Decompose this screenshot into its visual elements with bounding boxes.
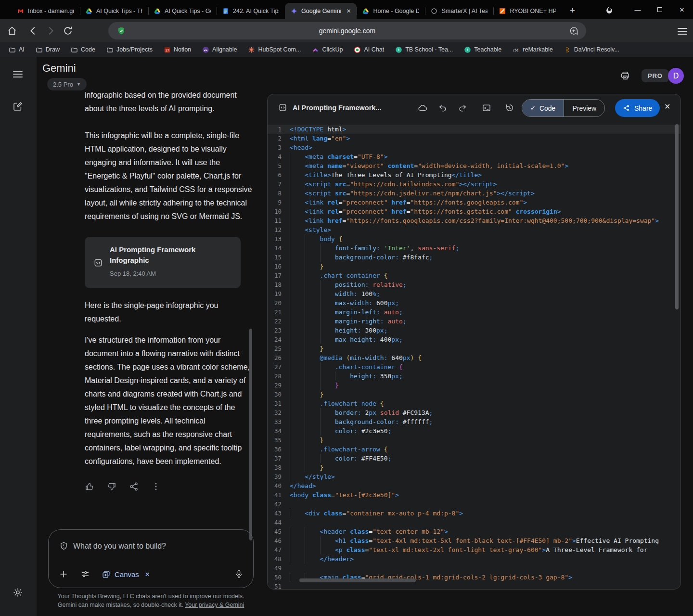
code-line[interactable]: 37 color: #FF4E50; xyxy=(268,454,680,463)
code-line[interactable]: 44 xyxy=(268,518,680,527)
thumb-down-icon[interactable] xyxy=(107,482,116,491)
code-line[interactable]: 35 } xyxy=(268,436,680,445)
chat-scrollbar[interactable] xyxy=(249,329,252,540)
console-icon[interactable] xyxy=(482,103,491,113)
browser-menu-icon[interactable] xyxy=(678,26,687,36)
new-tab-button[interactable]: + xyxy=(565,4,579,17)
code-line[interactable]: 2<html lang="en"> xyxy=(268,134,680,143)
code-line[interactable]: 3<head> xyxy=(268,143,680,152)
bookmark-item[interactable]: AI xyxy=(9,46,25,53)
code-line[interactable]: 19 width: 100%; xyxy=(268,289,680,298)
code-line[interactable]: 16 } xyxy=(268,262,680,271)
shield-check-icon[interactable] xyxy=(117,26,126,35)
code-line[interactable]: 18 position: relative; xyxy=(268,280,680,289)
model-selector[interactable]: 2.5 Pro ▼ xyxy=(47,78,87,90)
browser-tab[interactable]: Inbox - damien.gr xyxy=(12,3,80,19)
mic-icon[interactable] xyxy=(234,569,244,579)
window-maximize-button[interactable] xyxy=(649,0,671,19)
more-vert-icon[interactable] xyxy=(151,482,161,491)
bookmark-item[interactable]: AI Chat xyxy=(354,46,384,53)
bookmark-item[interactable]: Draw xyxy=(36,46,60,53)
code-line[interactable]: 38 } xyxy=(268,463,680,472)
code-line[interactable]: 28 height: 350px; xyxy=(268,372,680,381)
code-line[interactable]: 22 margin-right: auto; xyxy=(268,317,680,326)
bookmark-item[interactable]: HubSpot Com... xyxy=(248,46,301,53)
code-line[interactable]: 10 <link rel="preconnect" href="https://… xyxy=(268,207,680,216)
close-icon[interactable]: ✕ xyxy=(664,102,670,111)
code-line[interactable]: 4 <meta charset="UTF-8"> xyxy=(268,152,680,161)
bookmark-item[interactable]: rMreMarkable xyxy=(513,46,553,53)
code-line[interactable]: 31 .flowchart-node { xyxy=(268,399,680,408)
privacy-link[interactable]: Your privacy & Gemini xyxy=(185,602,244,608)
browser-tab[interactable]: 242. AI Quick Tips xyxy=(217,3,285,19)
tune-icon[interactable] xyxy=(80,569,90,579)
code-line[interactable]: 15 background-color: #f8fafc; xyxy=(268,253,680,262)
bookmark-item[interactable]: tTeachable xyxy=(464,46,501,53)
browser-tab[interactable]: SmarterX | AI Tea xyxy=(425,3,493,19)
reload-icon[interactable] xyxy=(63,26,73,36)
code-line[interactable]: 40</head> xyxy=(268,481,680,490)
code-line[interactable]: 21 margin-left: auto; xyxy=(268,308,680,317)
browser-tab[interactable]: AI Quick Tips - Th xyxy=(80,3,148,19)
code-line[interactable]: 25 } xyxy=(268,344,680,353)
code-line[interactable]: 47 <p class="text-xl md:text-2xl font-li… xyxy=(268,545,680,554)
canvas-chip[interactable]: Canvas ✕ xyxy=(102,570,150,579)
code-line[interactable]: 41<body class="text-[#2c3e50]"> xyxy=(268,490,680,500)
artifact-card[interactable]: AI Prompting Framework Infographic Sep 1… xyxy=(85,237,241,288)
code-line[interactable]: 6 <title>The Three Levels of AI Promptin… xyxy=(268,170,680,180)
code-line[interactable]: 32 border: 2px solid #FC913A; xyxy=(268,408,680,417)
code-editor[interactable]: 1<!DOCTYPE html>2<html lang="en">3<head>… xyxy=(268,122,680,589)
code-line[interactable]: 34 color: #2c3e50; xyxy=(268,426,680,436)
code-line[interactable]: 43 <div class="container mx-auto p-4 md:… xyxy=(268,509,680,518)
bookmark-item[interactable]: Jobs/Projects xyxy=(106,46,153,53)
code-line[interactable]: 24 max-height: 400px; xyxy=(268,335,680,344)
code-line[interactable]: 30 } xyxy=(268,390,680,399)
home-icon[interactable] xyxy=(7,26,17,36)
window-minimize-button[interactable]: — xyxy=(627,0,649,19)
history-icon[interactable] xyxy=(505,103,514,113)
code-line[interactable]: 11 <link href="https://fonts.googleapis.… xyxy=(268,216,680,225)
code-line[interactable]: 20 max-width: 600px; xyxy=(268,298,680,308)
code-line[interactable]: 49 xyxy=(268,564,680,573)
code-line[interactable]: 23 height: 300px; xyxy=(268,326,680,335)
code-line[interactable]: 46 <h1 class="text-4xl md:text-5xl font-… xyxy=(268,536,680,545)
code-line[interactable]: 48 </header> xyxy=(268,554,680,564)
bookmark-item[interactable]: Alignable xyxy=(202,46,237,53)
code-line[interactable]: 1<!DOCTYPE html> xyxy=(268,125,680,134)
code-line[interactable]: 7 <script src="https://cdn.tailwindcss.c… xyxy=(268,180,680,189)
cloud-save-icon[interactable] xyxy=(418,103,427,113)
bookmark-item[interactable]: ClickUp xyxy=(312,46,343,53)
new-chat-icon[interactable] xyxy=(13,101,23,112)
code-line[interactable]: 42 xyxy=(268,500,680,509)
window-close-button[interactable]: ✕ xyxy=(671,0,693,19)
canvas-title-group[interactable]: AI Prompting Framework... xyxy=(278,103,413,112)
code-line[interactable]: 36 .flowchart-arrow { xyxy=(268,445,680,454)
bookmark-item[interactable]: Code xyxy=(71,46,95,53)
code-line[interactable]: 39 </style> xyxy=(268,472,680,481)
tab-preview[interactable]: Preview xyxy=(564,100,604,116)
code-line[interactable]: 29 } xyxy=(268,381,680,390)
share-button[interactable]: Share xyxy=(615,99,660,117)
tab-code[interactable]: ✓Code xyxy=(522,100,564,116)
browser-tab[interactable]: RYOBI ONE+ HP 1 xyxy=(493,3,562,19)
undo-icon[interactable] xyxy=(438,103,448,113)
code-line[interactable]: 26 @media (min-width: 640px) { xyxy=(268,353,680,362)
ai-bubble-icon[interactable] xyxy=(569,26,578,36)
url-bar[interactable]: gemini.google.com xyxy=(108,22,586,39)
gear-icon[interactable] xyxy=(13,587,23,598)
bookmark-item[interactable]: 17Notion xyxy=(164,46,191,53)
prompt-input[interactable]: What do you want to build? Canvas ✕ xyxy=(48,529,254,588)
code-line[interactable]: 33 background-color: #ffffff; xyxy=(268,417,680,426)
code-horizontal-scrollbar[interactable] xyxy=(299,578,416,582)
url-text[interactable]: gemini.google.com xyxy=(126,27,569,35)
bookmark-item[interactable]: tTB School - Tea... xyxy=(395,46,453,53)
code-line[interactable]: 5 <meta name="viewport" content="width=d… xyxy=(268,161,680,170)
close-icon[interactable]: ✕ xyxy=(345,8,351,14)
thumb-up-icon[interactable] xyxy=(85,482,94,491)
browser-tab[interactable]: AI Quick Tips - Go xyxy=(148,3,217,19)
main-menu-icon[interactable] xyxy=(13,69,23,77)
bookmark-item[interactable]: DaVinci Resolv... xyxy=(564,46,619,53)
back-icon[interactable] xyxy=(28,26,38,36)
code-line[interactable]: 51 xyxy=(268,582,680,589)
browser-tab[interactable]: Google Gemini✕ xyxy=(285,3,357,19)
